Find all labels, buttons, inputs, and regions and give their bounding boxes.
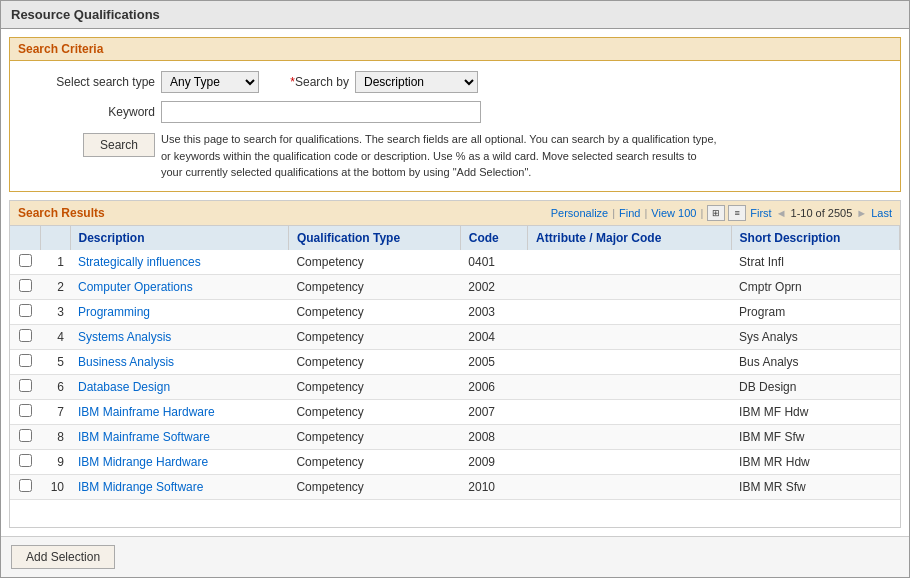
row-attribute bbox=[528, 374, 732, 399]
find-link[interactable]: Find bbox=[619, 207, 640, 219]
description-link[interactable]: IBM Mainframe Software bbox=[78, 430, 210, 444]
table-row: 10 IBM Midrange Software Competency 2010… bbox=[10, 474, 900, 499]
row-short-desc: Program bbox=[731, 299, 899, 324]
keyword-input[interactable] bbox=[161, 101, 481, 123]
description-link[interactable]: IBM Mainframe Hardware bbox=[78, 405, 215, 419]
footer-bar: Add Selection bbox=[1, 536, 909, 577]
col-code: Code bbox=[460, 226, 527, 250]
row-num: 2 bbox=[40, 274, 70, 299]
description-link[interactable]: IBM Midrange Software bbox=[78, 480, 203, 494]
row-description: Computer Operations bbox=[70, 274, 288, 299]
description-link[interactable]: Programming bbox=[78, 305, 150, 319]
search-form: Select search type Any Type Competency C… bbox=[10, 61, 900, 191]
row-short-desc: Strat Infl bbox=[731, 250, 899, 275]
row-code: 2008 bbox=[460, 424, 527, 449]
col-qualification-type: Qualification Type bbox=[288, 226, 460, 250]
results-nav: Personalize | Find | View 100 | ⊞ ≡ Firs… bbox=[551, 205, 892, 221]
add-selection-button[interactable]: Add Selection bbox=[11, 545, 115, 569]
row-short-desc: IBM MF Hdw bbox=[731, 399, 899, 424]
row-checkbox-cell bbox=[10, 424, 40, 449]
row-attribute bbox=[528, 250, 732, 275]
description-link[interactable]: Database Design bbox=[78, 380, 170, 394]
row-code: 2005 bbox=[460, 349, 527, 374]
row-checkbox-cell bbox=[10, 324, 40, 349]
page-info: 1-10 of 2505 bbox=[791, 207, 853, 219]
row-num: 8 bbox=[40, 424, 70, 449]
description-link[interactable]: Strategically influences bbox=[78, 255, 201, 269]
list-icon[interactable]: ≡ bbox=[728, 205, 746, 221]
table-row: 7 IBM Mainframe Hardware Competency 2007… bbox=[10, 399, 900, 424]
row-checkbox[interactable] bbox=[19, 404, 32, 417]
page-title: Resource Qualifications bbox=[1, 1, 909, 29]
row-checkbox-cell bbox=[10, 449, 40, 474]
table-row: 4 Systems Analysis Competency 2004 Sys A… bbox=[10, 324, 900, 349]
row-checkbox[interactable] bbox=[19, 429, 32, 442]
row-checkbox[interactable] bbox=[19, 279, 32, 292]
description-link[interactable]: Computer Operations bbox=[78, 280, 193, 294]
row-description: IBM Midrange Software bbox=[70, 474, 288, 499]
row-checkbox[interactable] bbox=[19, 379, 32, 392]
row-checkbox[interactable] bbox=[19, 304, 32, 317]
row-attribute bbox=[528, 324, 732, 349]
search-type-control: Any Type Competency Certification Educat… bbox=[161, 71, 259, 93]
row-qualification-type: Competency bbox=[288, 250, 460, 275]
last-link[interactable]: Last bbox=[871, 207, 892, 219]
keyword-row: Keyword bbox=[25, 101, 885, 123]
description-link[interactable]: IBM Midrange Hardware bbox=[78, 455, 208, 469]
row-short-desc: Sys Analys bbox=[731, 324, 899, 349]
row-checkbox[interactable] bbox=[19, 454, 32, 467]
row-code: 0401 bbox=[460, 250, 527, 275]
row-checkbox[interactable] bbox=[19, 354, 32, 367]
col-description: Description bbox=[70, 226, 288, 250]
table-row: 1 Strategically influences Competency 04… bbox=[10, 250, 900, 275]
row-num: 4 bbox=[40, 324, 70, 349]
row-checkbox[interactable] bbox=[19, 479, 32, 492]
row-checkbox-cell bbox=[10, 399, 40, 424]
select-search-type-label: Select search type bbox=[25, 75, 155, 89]
table-row: 2 Computer Operations Competency 2002 Cm… bbox=[10, 274, 900, 299]
table-row: 5 Business Analysis Competency 2005 Bus … bbox=[10, 349, 900, 374]
results-section: Search Results Personalize | Find | View… bbox=[9, 200, 901, 529]
personalize-link[interactable]: Personalize bbox=[551, 207, 608, 219]
row-description: IBM Mainframe Software bbox=[70, 424, 288, 449]
row-num: 3 bbox=[40, 299, 70, 324]
row-code: 2003 bbox=[460, 299, 527, 324]
description-link[interactable]: Systems Analysis bbox=[78, 330, 171, 344]
row-qualification-type: Competency bbox=[288, 424, 460, 449]
row-short-desc: IBM MR Sfw bbox=[731, 474, 899, 499]
row-qualification-type: Competency bbox=[288, 349, 460, 374]
grid-icon[interactable]: ⊞ bbox=[707, 205, 725, 221]
row-checkbox-cell bbox=[10, 274, 40, 299]
row-checkbox-cell bbox=[10, 474, 40, 499]
row-description: IBM Mainframe Hardware bbox=[70, 399, 288, 424]
search-type-row: Select search type Any Type Competency C… bbox=[25, 71, 885, 93]
search-type-select[interactable]: Any Type Competency Certification Educat… bbox=[161, 71, 259, 93]
row-description: IBM Midrange Hardware bbox=[70, 449, 288, 474]
search-by-control: Description Code Short Description bbox=[355, 71, 478, 93]
row-checkbox-cell bbox=[10, 250, 40, 275]
row-short-desc: IBM MR Hdw bbox=[731, 449, 899, 474]
results-header: Search Results Personalize | Find | View… bbox=[10, 201, 900, 226]
results-title: Search Results bbox=[18, 206, 105, 220]
row-code: 2006 bbox=[460, 374, 527, 399]
row-checkbox[interactable] bbox=[19, 254, 32, 267]
row-attribute bbox=[528, 424, 732, 449]
row-num: 1 bbox=[40, 250, 70, 275]
row-code: 2004 bbox=[460, 324, 527, 349]
results-table: Description Qualification Type Code Attr… bbox=[10, 226, 900, 500]
row-checkbox-cell bbox=[10, 299, 40, 324]
row-description: Database Design bbox=[70, 374, 288, 399]
description-link[interactable]: Business Analysis bbox=[78, 355, 174, 369]
table-row: 8 IBM Mainframe Software Competency 2008… bbox=[10, 424, 900, 449]
row-description: Business Analysis bbox=[70, 349, 288, 374]
row-short-desc: DB Design bbox=[731, 374, 899, 399]
view100-link[interactable]: View 100 bbox=[651, 207, 696, 219]
row-checkbox[interactable] bbox=[19, 329, 32, 342]
row-description: Systems Analysis bbox=[70, 324, 288, 349]
search-button[interactable]: Search bbox=[83, 133, 155, 157]
row-qualification-type: Competency bbox=[288, 274, 460, 299]
row-num: 7 bbox=[40, 399, 70, 424]
search-by-select[interactable]: Description Code Short Description bbox=[355, 71, 478, 93]
first-link[interactable]: First bbox=[750, 207, 771, 219]
row-short-desc: Cmptr Oprn bbox=[731, 274, 899, 299]
